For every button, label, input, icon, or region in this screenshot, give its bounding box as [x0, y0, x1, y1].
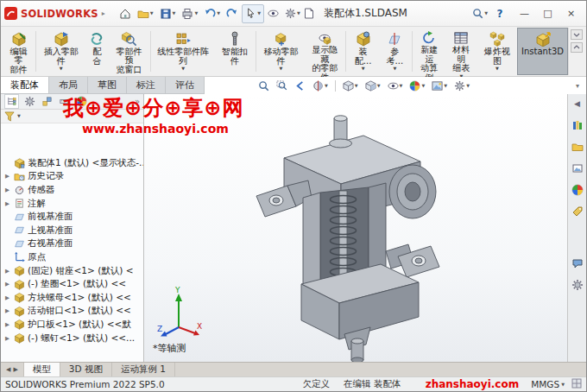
expander-icon[interactable]: ▶: [3, 281, 11, 288]
home-button[interactable]: [117, 4, 134, 23]
edit-component-button[interactable]: 编辑零 部件: [3, 28, 35, 75]
minimize-button[interactable]: —: [513, 4, 536, 23]
tree-item-part-qianzuo[interactable]: ▶ (固定) 钳座<1> (默认) <: [1, 264, 143, 278]
expander-icon[interactable]: ▶: [3, 335, 11, 342]
instant3d-button[interactable]: Instant3D: [517, 28, 568, 75]
tab-evaluate[interactable]: 评估: [166, 77, 205, 93]
hide-show-items-button[interactable]: ▼: [388, 80, 403, 92]
appearances-icon[interactable]: [570, 183, 585, 197]
tree-item-front-plane[interactable]: 前视基准面: [1, 210, 143, 224]
tab-model[interactable]: 模型: [24, 363, 60, 376]
insert-components-button[interactable]: 插入零部件 ▼: [37, 28, 85, 75]
previous-view-button[interactable]: [294, 80, 306, 92]
mate-button[interactable]: 配合: [85, 28, 109, 75]
tab-layout[interactable]: 布局: [49, 77, 88, 93]
ribbon-button-label: 编辑零 部件: [7, 47, 30, 75]
tab-motion-study-1[interactable]: 运动算例 1: [112, 363, 175, 376]
search-button[interactable]: ▼: [470, 4, 490, 23]
dropdown-caret-icon[interactable]: ▼: [17, 114, 21, 118]
tree-item-origin[interactable]: 原点: [1, 250, 143, 264]
tree-item-part-fangkuailuomu[interactable]: ▶ 方块螺母<1> (默认) <<: [1, 291, 143, 305]
solidworks-forum-icon[interactable]: [570, 256, 585, 270]
display-toggle-button[interactable]: [265, 4, 281, 23]
tree-item-part-dianquan[interactable]: ▶ (-) 垫圈<1> (默认) <<: [1, 277, 143, 291]
bill-of-materials-button[interactable]: 材料明 细表 ▼: [445, 28, 477, 75]
status-options-icon[interactable]: [571, 378, 582, 390]
move-component-button[interactable]: 移动零部件 ▼: [257, 28, 305, 75]
tree-item-annotations[interactable]: ▶ 注解: [1, 197, 143, 211]
expander-icon[interactable]: ▶: [3, 294, 11, 301]
custom-properties-icon[interactable]: [570, 205, 585, 218]
filter-funnel-icon[interactable]: [4, 111, 15, 122]
zoom-area-button[interactable]: [276, 80, 287, 92]
expander-icon[interactable]: ▶: [3, 173, 11, 180]
show-hidden-components-button[interactable]: 显示隐藏 的零部件: [305, 28, 344, 75]
ribbon-collapse-icon[interactable]: [571, 42, 583, 53]
edit-appearance-button[interactable]: ▼: [409, 80, 425, 92]
maximize-button[interactable]: □: [536, 4, 559, 23]
reference-geometry-button[interactable]: 参考... ▼: [379, 28, 411, 75]
exploded-view-button[interactable]: 爆炸视图 ▼: [477, 28, 517, 75]
featuremanager-tab[interactable]: [4, 94, 19, 109]
tree-item-assembly-root[interactable]: 装配体1 (默认) <显示状态-...: [1, 156, 143, 170]
tab-3d-views[interactable]: 3D 视图: [60, 363, 112, 376]
options-button[interactable]: ▼: [282, 4, 303, 23]
view-palette-icon[interactable]: [570, 161, 585, 175]
tree-item-part-hukouban[interactable]: ▶ 护口板<1> (默认) <<默: [1, 318, 143, 332]
commandmanager-pin-icon[interactable]: ▾: [576, 77, 579, 94]
tab-scroll-left-icon[interactable]: ◀: [6, 366, 10, 373]
tree-item-sensors[interactable]: ▶ 传感器: [1, 183, 143, 197]
expander-icon[interactable]: ▶: [3, 200, 11, 207]
linear-component-pattern-button[interactable]: 线性零部件阵列 ▼: [151, 28, 214, 75]
solidworks-menu[interactable]: SOLIDWORKS ▸: [4, 7, 105, 20]
zoom-fit-button[interactable]: [258, 80, 269, 92]
brand-caret-icon[interactable]: ▸: [102, 9, 105, 17]
displaymanager-tab[interactable]: [75, 95, 88, 108]
heads-up-view-toolbar: ▼ ▼ ▼ ▼ ▼ ▼ ▼: [258, 77, 470, 94]
view-settings-button[interactable]: ▼: [454, 80, 470, 92]
save-button[interactable]: ▼: [157, 4, 179, 23]
component-preview-window-button[interactable]: 零部件预 览窗口: [109, 28, 148, 75]
ribbon-more-icon[interactable]: [571, 29, 583, 40]
units-selector[interactable]: MMGS ▼: [531, 379, 565, 389]
design-library-icon[interactable]: [570, 118, 585, 132]
undo-button[interactable]: ▼: [201, 4, 223, 23]
assembly-features-button[interactable]: 装配... ▼: [347, 28, 379, 75]
smart-fasteners-button[interactable]: 智能扣件: [215, 28, 255, 75]
section-view-button[interactable]: ▼: [312, 80, 328, 92]
expander-icon[interactable]: ▶: [3, 307, 11, 314]
apply-scene-button[interactable]: ▼: [432, 80, 447, 92]
open-button[interactable]: ▼: [135, 4, 156, 23]
configurationmanager-tab[interactable]: [41, 95, 54, 108]
help-button[interactable]: ?: [491, 5, 508, 22]
expander-icon[interactable]: ▶: [3, 321, 11, 328]
file-explorer-icon[interactable]: [570, 140, 585, 154]
expander-icon[interactable]: ▶: [3, 187, 11, 193]
display-style-button[interactable]: ▼: [365, 80, 381, 92]
dropdown-caret-icon: ▼: [280, 66, 283, 71]
propertymanager-tab[interactable]: [23, 95, 36, 108]
expander-icon[interactable]: ▶: [3, 268, 11, 275]
vise-assembly-model[interactable]: [199, 111, 467, 362]
select-tool-button[interactable]: ▼: [242, 4, 264, 23]
redo-button[interactable]: [224, 4, 241, 23]
tree-item-history[interactable]: ▶ 历史记录: [1, 170, 143, 184]
tab-assembly[interactable]: 装配体: [1, 77, 49, 93]
graphics-viewport[interactable]: Y X Z *等轴测: [144, 94, 567, 362]
new-motion-study-button[interactable]: 新建运 动算例: [413, 28, 445, 75]
dimxpertmanager-tab[interactable]: [58, 95, 71, 108]
tab-sketch[interactable]: 草图: [88, 77, 127, 93]
tree-item-top-plane[interactable]: 上视基准面: [1, 224, 143, 237]
task-pane-toggle-icon[interactable]: ◀: [570, 97, 585, 111]
tab-markup[interactable]: 标注: [127, 77, 166, 93]
ribbon-separator: [150, 31, 151, 72]
tree-item-part-huodongqiankou[interactable]: ▶ 活动钳口<1> (默认) <<: [1, 305, 143, 319]
close-button[interactable]: ×: [559, 4, 583, 23]
panel-flyout-icon[interactable]: »: [135, 97, 140, 106]
task-pane-settings-icon[interactable]: [570, 278, 585, 292]
print-button[interactable]: ▼: [179, 4, 200, 23]
view-orientation-button[interactable]: ▼: [343, 80, 358, 92]
tab-scroll-right-icon[interactable]: ▶: [13, 366, 17, 373]
tree-item-part-luoding[interactable]: ▶ (-) 螺钉<1> (默认) <<...: [1, 332, 143, 345]
tree-item-right-plane[interactable]: 右视基准面: [1, 237, 143, 251]
